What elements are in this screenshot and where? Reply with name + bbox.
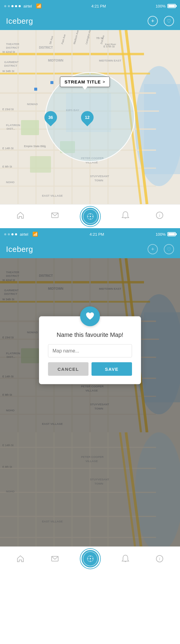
svg-text:E 8th St: E 8th St: [2, 165, 12, 168]
svg-text:KIPS BAY: KIPS BAY: [66, 108, 80, 112]
map-area-1: W 42nd St W 34th St E 23rd St E 14th St …: [0, 30, 180, 204]
svg-text:PETER COOPER: PETER COOPER: [81, 156, 104, 160]
s2-time: 4:21 PM: [90, 232, 104, 237]
s2-add-button[interactable]: +: [148, 244, 158, 254]
s2-battery-icon: [167, 232, 176, 236]
svg-text:VILLAGE: VILLAGE: [86, 161, 98, 164]
header-icons-1: + ♡: [148, 16, 174, 26]
message-icon: [51, 211, 59, 222]
svg-text:DISTRICT: DISTRICT: [6, 46, 19, 49]
s2-info-icon: i: [155, 555, 164, 563]
map-pin-12[interactable]: 12: [81, 111, 94, 124]
battery-icon: [167, 4, 176, 8]
svg-text:DIST...: DIST...: [7, 127, 15, 130]
s2-dot3: [11, 233, 14, 235]
nav-home[interactable]: [11, 209, 29, 224]
s2-compass-icon: [83, 551, 98, 566]
svg-rect-20: [60, 141, 75, 153]
cancel-button[interactable]: CANCEL: [48, 362, 88, 376]
svg-text:STUYVESANT: STUYVESANT: [90, 174, 109, 178]
info-icon: i: [155, 211, 164, 222]
s2-nav-notifications[interactable]: [117, 552, 134, 565]
signal-dot-2: [8, 5, 10, 7]
favorites-button[interactable]: ♡: [164, 16, 174, 26]
modal-title: Name this favourite Map!: [48, 331, 132, 338]
svg-text:NOHO: NOHO: [6, 180, 15, 184]
svg-text:E 23rd St: E 23rd St: [2, 108, 14, 111]
stream-title-arrow: >: [103, 80, 105, 84]
screen-1: airtel 📶 4:21 PM 100% Iceberg + ♡: [0, 0, 180, 228]
header-icons-2: + ♡: [148, 244, 174, 254]
status-left-2: airtel 📶: [4, 231, 38, 237]
app-header-2: Iceberg + ♡: [0, 240, 180, 258]
s2-favorites-button[interactable]: ♡: [164, 244, 174, 254]
time-label: 4:21 PM: [92, 4, 106, 8]
map-name-input[interactable]: [48, 344, 132, 358]
bottom-nav-2: i: [0, 546, 180, 570]
home-icon: [16, 211, 25, 222]
s2-message-icon: [51, 555, 59, 563]
svg-text:i: i: [159, 557, 160, 561]
svg-text:Empire State Bldg: Empire State Bldg: [24, 145, 46, 148]
s2-nav-explore[interactable]: [80, 549, 100, 569]
s2-status-right: 100%: [156, 232, 176, 237]
map-pin-36[interactable]: 36: [44, 111, 57, 124]
pin-circle-12: 12: [78, 108, 96, 126]
status-right: 100%: [156, 4, 176, 8]
s2-nav-messages[interactable]: [46, 552, 64, 565]
svg-text:EAST VILLAGE: EAST VILLAGE: [42, 194, 63, 197]
s2-wifi-icon: 📶: [32, 231, 38, 237]
status-bar-2: airtel 📶 4:21 PM 100%: [0, 228, 180, 240]
svg-text:DISTRICT: DISTRICT: [4, 64, 17, 67]
status-left: airtel 📶: [4, 3, 42, 9]
app-header-1: Iceberg + ♡: [0, 12, 180, 30]
signal-dot-5: [19, 5, 21, 7]
svg-text:DISTRICT: DISTRICT: [39, 46, 53, 49]
svg-rect-19: [21, 120, 39, 135]
s2-nav-home[interactable]: [11, 552, 29, 565]
modal-heart-icon: [80, 307, 100, 326]
nav-notifications[interactable]: [117, 209, 134, 224]
add-button[interactable]: +: [148, 16, 158, 26]
svg-text:NOMAD: NOMAD: [27, 102, 38, 106]
svg-text:W 42nd St: W 42nd St: [2, 50, 15, 53]
s2-carrier: airtel: [20, 232, 28, 237]
svg-point-134: [90, 558, 91, 559]
signal-dot-4: [15, 5, 17, 7]
battery-percent: 100%: [156, 4, 166, 8]
app-title-1: Iceberg: [6, 17, 33, 26]
compass-icon: [83, 209, 98, 224]
modal-card: Name this favourite Map! CANCEL SAVE: [39, 316, 141, 384]
app-title-2: Iceberg: [6, 245, 33, 254]
map-dimmed: W 42nd St W 34th St E 23rd St E 14th St …: [0, 258, 180, 432]
carrier-label: airtel: [23, 4, 32, 8]
svg-text:E 14th St: E 14th St: [2, 147, 14, 150]
wifi-icon: 📶: [36, 3, 42, 9]
svg-text:GARMENT: GARMENT: [4, 60, 19, 64]
svg-point-59: [90, 216, 91, 217]
nav-messages[interactable]: [46, 209, 64, 224]
pin-circle-36: 36: [42, 108, 59, 126]
battery-fill: [168, 5, 175, 7]
s2-dot1: [4, 233, 6, 235]
svg-text:FLATIRON: FLATIRON: [6, 123, 20, 127]
s2-nav-info[interactable]: i: [151, 552, 169, 565]
svg-text:W 34th St: W 34th St: [2, 70, 14, 73]
nav-info[interactable]: i: [151, 209, 169, 224]
pin-number-36: 36: [48, 115, 53, 120]
stream-title-text: STREAM TITLE: [64, 79, 101, 84]
signal-dot-1: [4, 5, 6, 7]
screen-2: airtel 📶 4:21 PM 100% Iceberg + ♡: [0, 228, 180, 570]
s2-bell-icon: [122, 555, 129, 563]
save-button[interactable]: SAVE: [92, 362, 132, 376]
stream-title-callout[interactable]: STREAM TITLE >: [60, 77, 110, 87]
modal-container: Name this favourite Map! CANCEL SAVE: [39, 307, 141, 384]
s2-dot2: [8, 233, 10, 235]
svg-text:i: i: [159, 213, 160, 218]
s2-battery-fill: [168, 233, 175, 235]
dim-overlay-bottom: [0, 432, 180, 546]
svg-rect-21: [30, 156, 51, 173]
nav-explore-center[interactable]: [80, 207, 100, 226]
svg-rect-55: [34, 88, 37, 91]
bell-icon: [122, 211, 129, 222]
